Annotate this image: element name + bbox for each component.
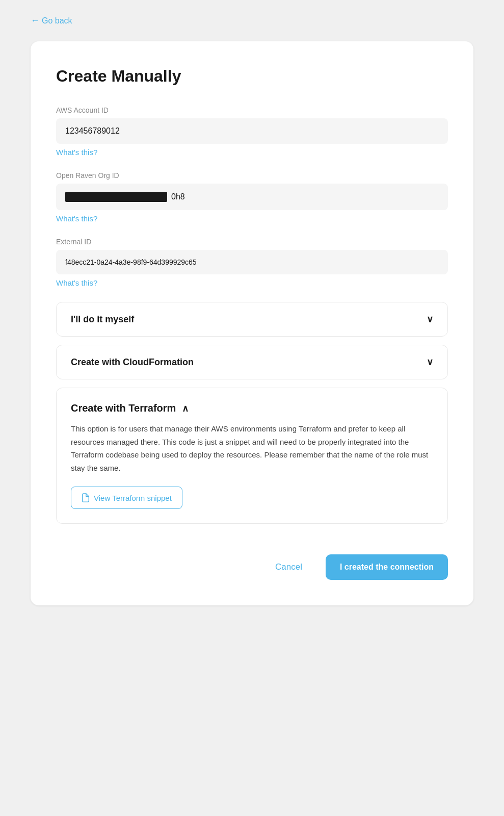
open-raven-org-id-input[interactable]: 0h8: [56, 184, 448, 210]
main-card: Create Manually AWS Account ID 123456789…: [31, 41, 473, 605]
go-back-label: Go back: [42, 16, 72, 26]
external-id-input[interactable]: f48ecc21-0a24-4a3e-98f9-64d399929c65: [56, 250, 448, 274]
self-section-label: I'll do it myself: [71, 314, 134, 325]
terraform-chevron-up: ∧: [182, 403, 189, 414]
aws-account-id-label: AWS Account ID: [56, 106, 448, 114]
open-raven-org-id-label: Open Raven Org ID: [56, 171, 448, 180]
terraform-description: This option is for users that manage the…: [71, 422, 433, 474]
aws-account-id-value: 123456789012: [65, 126, 120, 136]
external-id-label: External ID: [56, 238, 448, 246]
back-arrow-icon: ←: [31, 15, 40, 26]
open-raven-org-id-whats-this[interactable]: What's this?: [56, 214, 97, 223]
go-back-link[interactable]: ← Go back: [31, 15, 72, 26]
footer-actions: Cancel I created the connection: [56, 544, 448, 580]
open-raven-org-id-group: Open Raven Org ID 0h8 What's this?: [56, 171, 448, 223]
aws-account-id-whats-this[interactable]: What's this?: [56, 148, 97, 157]
open-raven-org-id-suffix: 0h8: [171, 192, 185, 201]
terraform-section: Create with Terraform ∧ This option is f…: [56, 388, 448, 524]
external-id-whats-this[interactable]: What's this?: [56, 278, 97, 287]
cloudformation-section: Create with CloudFormation ∨: [56, 345, 448, 379]
self-section: I'll do it myself ∨: [56, 302, 448, 337]
view-snippet-label: View Terraform snippet: [94, 494, 172, 502]
self-section-chevron: ∨: [427, 314, 433, 325]
page-container: ← Go back Create Manually AWS Account ID…: [0, 0, 504, 816]
external-id-value: f48ecc21-0a24-4a3e-98f9-64d399929c65: [65, 258, 197, 266]
terraform-section-header[interactable]: Create with Terraform ∧: [71, 402, 433, 414]
cloudformation-section-label: Create with CloudFormation: [71, 357, 194, 368]
document-icon: [82, 493, 90, 502]
aws-account-id-input[interactable]: 123456789012: [56, 118, 448, 144]
cloudformation-section-header[interactable]: Create with CloudFormation ∨: [57, 345, 447, 379]
redacted-bar: [65, 192, 167, 202]
terraform-section-label: Create with Terraform: [71, 402, 176, 414]
created-connection-button[interactable]: I created the connection: [326, 554, 448, 580]
self-section-header[interactable]: I'll do it myself ∨: [57, 302, 447, 336]
page-title: Create Manually: [56, 67, 448, 86]
external-id-group: External ID f48ecc21-0a24-4a3e-98f9-64d3…: [56, 238, 448, 288]
view-terraform-snippet-button[interactable]: View Terraform snippet: [71, 487, 182, 509]
cloudformation-section-chevron: ∨: [427, 356, 433, 368]
aws-account-id-group: AWS Account ID 123456789012 What's this?: [56, 106, 448, 157]
cancel-button[interactable]: Cancel: [267, 556, 310, 578]
